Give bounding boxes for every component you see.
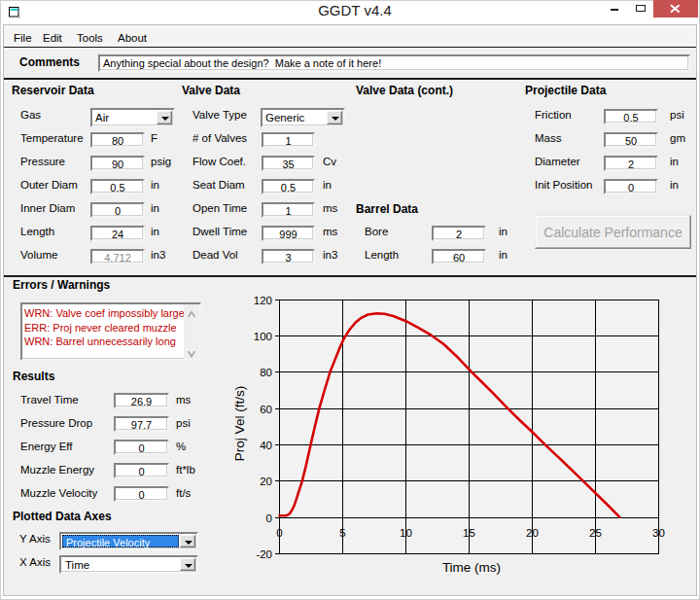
svg-text:60: 60: [260, 404, 272, 415]
svg-text:120: 120: [254, 295, 272, 306]
svg-text:40: 40: [260, 440, 272, 451]
svg-text:80: 80: [260, 367, 272, 378]
svg-text:0: 0: [266, 512, 272, 524]
svg-text:Time (ms): Time (ms): [442, 560, 501, 575]
svg-text:5: 5: [339, 527, 345, 539]
svg-text:30: 30: [652, 527, 665, 539]
svg-text:25: 25: [589, 527, 602, 539]
svg-text:15: 15: [463, 527, 475, 539]
svg-text:Proj Vel (ft/s): Proj Vel (ft/s): [232, 386, 247, 461]
svg-text:0: 0: [276, 527, 282, 539]
svg-text:100: 100: [254, 331, 272, 342]
svg-text:20: 20: [526, 527, 539, 539]
svg-text:-20: -20: [256, 548, 272, 560]
svg-text:10: 10: [400, 527, 412, 539]
svg-text:20: 20: [260, 476, 272, 487]
